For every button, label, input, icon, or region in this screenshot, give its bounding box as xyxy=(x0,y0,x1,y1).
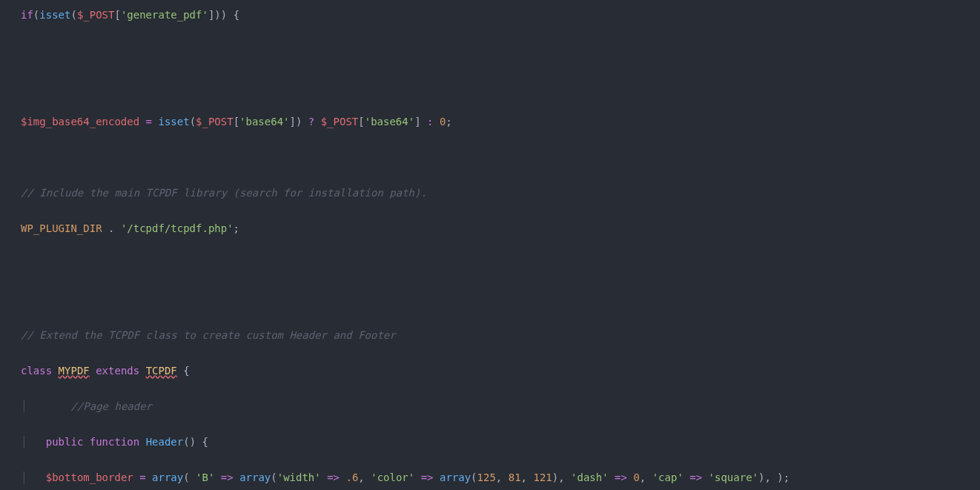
code-line: │ //Page header xyxy=(21,397,980,415)
code-line xyxy=(21,77,980,95)
code-line xyxy=(21,148,980,166)
code-line xyxy=(21,42,980,59)
code-line: // Extend the TCPDF class to create cust… xyxy=(21,326,980,344)
code-line: class MYPDF extends TCPDF { xyxy=(21,362,980,380)
code-line: │ public function Header() { xyxy=(21,433,980,451)
code-line xyxy=(21,255,980,273)
code-line: WP_PLUGIN_DIR . '/tcpdf/tcpdf.php'; xyxy=(21,219,980,237)
code-line: │ $bottom_border = array( 'B' => array('… xyxy=(21,469,980,486)
code-line: $img_base64_encoded = isset($_POST['base… xyxy=(21,113,980,130)
code-line: // Include the main TCPDF library (searc… xyxy=(21,184,980,202)
code-line: if(isset($_POST['generate_pdf'])) { xyxy=(21,6,980,24)
code-line xyxy=(21,291,980,308)
code-editor[interactable]: if(isset($_POST['generate_pdf'])) { $img… xyxy=(21,6,980,490)
